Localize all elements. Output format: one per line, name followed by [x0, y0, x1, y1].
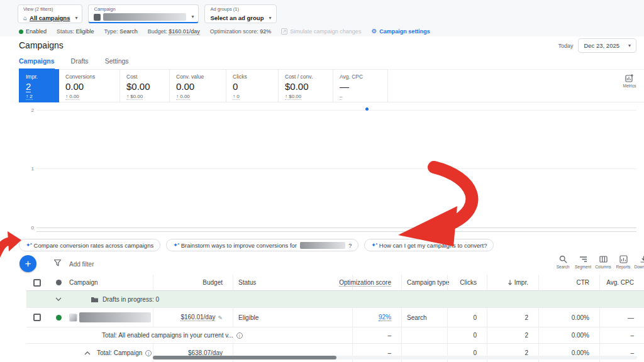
- chevron-up-icon[interactable]: [84, 351, 91, 355]
- chevron-down-icon[interactable]: [55, 297, 62, 301]
- chevron-down-icon: [75, 16, 77, 21]
- campaign-dropdown[interactable]: Campaign: [88, 4, 199, 23]
- redacted-campaign-name: [300, 242, 345, 249]
- col-status[interactable]: Status: [233, 275, 352, 290]
- red-annotation-arrow-left-icon: [0, 226, 23, 261]
- row-checkbox[interactable]: [33, 314, 41, 321]
- col-ctr[interactable]: CTR: [538, 275, 599, 290]
- chip-brainstorm-conversions[interactable]: Brainstorm ways to improve conversions f…: [166, 239, 358, 251]
- columns-tool[interactable]: Columns: [594, 255, 613, 269]
- download-tool[interactable]: Download: [634, 255, 644, 269]
- campaign-settings-button[interactable]: Campaign settings: [371, 28, 430, 35]
- add-filter-button[interactable]: Add filter: [69, 261, 94, 268]
- segment-tool[interactable]: Segment: [574, 255, 592, 269]
- col-avg-cpc[interactable]: Avg. CPC: [599, 275, 644, 290]
- filter-icon[interactable]: [53, 259, 62, 267]
- edit-budget-icon[interactable]: [215, 314, 223, 321]
- page-title: Campaigns: [19, 40, 64, 50]
- sort-desc-icon: [508, 280, 513, 285]
- total-ctr-cell: 0.00%: [538, 327, 599, 343]
- horizontal-scrollbar-thumb[interactable]: [153, 356, 336, 359]
- search-icon: [559, 255, 567, 263]
- gear-icon: [371, 28, 377, 35]
- scorecard-clicks[interactable]: Clicks 0 ↑ 0: [226, 69, 279, 102]
- columns-icon: [599, 255, 608, 263]
- drafts-row-label: Drafts in progress: 0: [103, 296, 159, 303]
- add-campaign-button[interactable]: [19, 255, 36, 272]
- scorecard-conversions[interactable]: Conversions 0.00 ↑ 0.00: [59, 69, 120, 102]
- y-tick: 2: [28, 107, 34, 113]
- page-tabs: Campaigns Drafts Settings: [19, 57, 129, 70]
- col-optscore[interactable]: Optimization score: [352, 275, 401, 290]
- total-optscore-cell: –: [352, 327, 401, 343]
- scorecard-impressions[interactable]: Impr. 2 ↑ 2: [19, 69, 59, 102]
- table-header-row: Campaign Budget Status Optimization scor…: [26, 275, 644, 291]
- folder-icon: [91, 296, 99, 303]
- total-campaign-label: Total: Campaign: [69, 344, 153, 362]
- ad-group-dropdown[interactable]: Ad groups (1) Select an ad group: [204, 4, 276, 23]
- campaign-row[interactable]: $160.01/day Eligible 92% Search 0 2 0.00…: [26, 308, 644, 327]
- campaign-status-bar: Enabled Status: Eligible Type: Search Bu…: [19, 28, 430, 35]
- redacted-campaign-name: [103, 13, 186, 21]
- date-range-selector[interactable]: Dec 23, 2025: [578, 38, 636, 53]
- campaign-type-icon: [94, 14, 101, 21]
- scorecard-cost-per-conv[interactable]: Cost / conv. $0.00 ↑ $0.00: [279, 69, 333, 102]
- view-filter-value: All campaigns: [30, 14, 70, 21]
- tab-drafts[interactable]: Drafts: [71, 57, 89, 70]
- total-enabled-row: Total: All enabled campaigns in your cur…: [26, 327, 644, 344]
- status-filter-icon[interactable]: [56, 280, 62, 285]
- col-campaign-type[interactable]: Campaign type: [401, 275, 447, 290]
- col-clicks[interactable]: Clicks: [447, 275, 487, 290]
- google-ads-campaigns-page: View (2 filters) All campaigns Campaign …: [0, 0, 644, 362]
- status-cell: Eligible: [233, 308, 352, 327]
- col-campaign[interactable]: Campaign: [69, 275, 153, 290]
- y-tick: 1: [28, 166, 34, 172]
- ad-group-dropdown-value: Select an ad group: [210, 14, 264, 21]
- tab-settings[interactable]: Settings: [105, 57, 129, 70]
- view-filter-dropdown[interactable]: View (2 filters) All campaigns: [18, 4, 82, 23]
- campaign-dropdown-label: Campaign: [94, 7, 194, 12]
- optscore-field[interactable]: Optimization score: 92%: [210, 28, 272, 35]
- gridline: [36, 110, 636, 111]
- impressions-data-point[interactable]: [365, 107, 369, 111]
- optscore-cell[interactable]: 92%: [352, 308, 401, 327]
- budget-field[interactable]: Budget: $160.01/day: [148, 28, 200, 35]
- enabled-status: Enabled: [19, 28, 47, 35]
- y-tick: 0: [28, 225, 34, 231]
- today-label: Today: [558, 43, 573, 49]
- total-impressions-cell: 2: [487, 327, 538, 343]
- scorecard-avg-cpc[interactable]: Avg. CPC — –: [333, 69, 388, 102]
- scorecard-conv-value[interactable]: Conv. value 0.00 ↑ 0.00: [170, 69, 226, 102]
- info-icon[interactable]: [145, 350, 152, 356]
- simulate-icon: [281, 28, 287, 35]
- reports-tool[interactable]: Reports: [614, 255, 633, 269]
- date-range-area: Today Dec 23, 2025: [558, 38, 636, 53]
- chip-compare-conversion-rates[interactable]: Compare conversion rates across campaign…: [19, 239, 160, 251]
- chevron-down-icon: [628, 43, 631, 48]
- total-clicks-cell: 0: [447, 327, 487, 343]
- metrics-icon: [625, 74, 634, 82]
- total-avg-cpc-cell: –: [599, 327, 644, 343]
- metrics-button[interactable]: Metrics: [619, 74, 640, 88]
- budget-cell[interactable]: $160.01/day: [153, 308, 233, 327]
- scorecard-cost[interactable]: Cost $0.00 ↑ $0.00: [120, 69, 170, 102]
- clicks-cell: 0: [447, 308, 487, 327]
- x-axis-line: [36, 231, 636, 232]
- drafts-in-progress-row[interactable]: Drafts in progress: 0: [26, 291, 644, 308]
- campaign-type-cell: Search: [401, 308, 447, 327]
- campaign-name-cell[interactable]: [69, 308, 153, 327]
- col-budget[interactable]: Budget: [153, 275, 233, 290]
- ai-spark-icon: [26, 243, 31, 248]
- col-impressions[interactable]: Impr.: [487, 275, 538, 290]
- view-filter-label: View (2 filters): [23, 7, 77, 12]
- search-tool[interactable]: Search: [553, 255, 572, 269]
- chevron-down-icon: [269, 16, 271, 21]
- impressions-cell: 2: [487, 308, 538, 327]
- info-icon[interactable]: [236, 332, 243, 339]
- tab-campaigns[interactable]: Campaigns: [19, 57, 55, 70]
- horizontal-scrollbar: [153, 356, 637, 359]
- ctr-cell: 0.00%: [538, 308, 599, 327]
- enabled-status-dot[interactable]: [56, 315, 62, 321]
- table-tools: Search Segment Columns Reports Download: [553, 255, 644, 269]
- select-all-checkbox[interactable]: [33, 279, 41, 287]
